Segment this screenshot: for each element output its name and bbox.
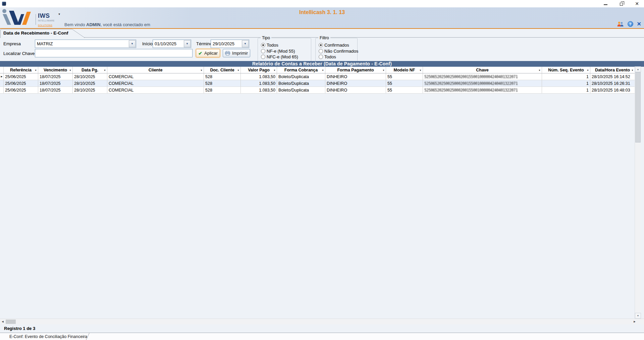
column-filter-icon[interactable]: ▼ bbox=[538, 69, 541, 71]
welcome-suffix: , você está conectado em bbox=[101, 22, 150, 27]
tipo-option-todos[interactable]: Todos bbox=[261, 42, 311, 48]
chave-value: 5250652025002500020015500100000424040132… bbox=[424, 74, 518, 79]
close-button[interactable]: ✕ bbox=[635, 1, 639, 6]
cell-referencia: 25/06/2025 bbox=[4, 80, 38, 87]
column-filter-icon[interactable]: ▼ bbox=[419, 69, 422, 71]
column-header-forma-cobranca[interactable]: Forma Cobrança▼ bbox=[277, 67, 325, 73]
logo-menu-caret-icon[interactable]: ▼ bbox=[58, 13, 61, 16]
scroll-up-button[interactable]: ▲ bbox=[635, 66, 641, 72]
minimize-button[interactable] bbox=[603, 1, 608, 6]
maximize-button[interactable] bbox=[619, 1, 624, 6]
column-filter-icon[interactable]: ▼ bbox=[104, 69, 106, 71]
scroll-down-button[interactable]: ▼ bbox=[635, 313, 641, 319]
aplicar-button[interactable]: ✔ Aplicar bbox=[196, 49, 220, 57]
filtro-option-todos[interactable]: Todos bbox=[319, 54, 357, 60]
right-arrow-icon: ► bbox=[633, 320, 636, 323]
tipo-option-nfe[interactable]: NF-e (Mod 55) bbox=[261, 48, 311, 54]
header-indicator-cell bbox=[0, 67, 4, 73]
header-label: Forma Cobrança bbox=[284, 68, 318, 72]
cell-data-hora: 28/10/2025 16:14:52 bbox=[590, 73, 635, 80]
localizar-chave-input[interactable] bbox=[35, 49, 193, 57]
filtro-option-label: Todos bbox=[324, 54, 336, 59]
header-label: Modelo NF bbox=[394, 68, 415, 72]
column-header-chave[interactable]: Chave▼ bbox=[423, 67, 542, 73]
column-filter-icon[interactable]: ▼ bbox=[587, 69, 589, 71]
cell-modelo-nf: 55 bbox=[386, 87, 423, 93]
column-header-referencia[interactable]: Referência▼ bbox=[4, 67, 38, 73]
column-header-vencimento[interactable]: Vencimento▼ bbox=[38, 67, 73, 73]
header-label: Valor Pago bbox=[248, 68, 270, 72]
radio-icon[interactable] bbox=[261, 43, 265, 47]
app-window: ✕ Intellicash 3. 1. 13 IWS INTELLIWARE S… bbox=[0, 0, 644, 340]
cell-forma-pagamento: DINHEIRO bbox=[325, 73, 386, 80]
cell-cliente: COMERCIAL bbox=[107, 73, 204, 80]
column-filter-icon[interactable]: ▼ bbox=[35, 69, 37, 71]
vertical-scroll-thumb[interactable] bbox=[635, 72, 641, 143]
horizontal-scrollbar[interactable]: ◄ ► bbox=[0, 319, 644, 324]
radio-icon[interactable] bbox=[319, 55, 323, 59]
column-filter-icon[interactable]: ▼ bbox=[237, 69, 239, 71]
cell-data-hora: 28/10/2025 16:26:31 bbox=[590, 80, 635, 87]
cell-forma-cobranca: Boleto/Duplicata bbox=[277, 87, 325, 93]
column-header-modelo-nf[interactable]: Modelo NF▼ bbox=[386, 67, 423, 73]
empresa-combobox[interactable]: MATRIZ ▼ bbox=[35, 40, 136, 48]
column-header-valor-pago[interactable]: Valor Pago▼ bbox=[241, 67, 277, 73]
filtro-option-confirmados[interactable]: Confirmados bbox=[319, 42, 357, 48]
cell-num-seq: 1 bbox=[542, 80, 590, 87]
radio-icon[interactable] bbox=[261, 49, 265, 53]
termino-dropdown-button[interactable]: ▼ bbox=[242, 40, 249, 47]
scroll-right-button[interactable]: ► bbox=[632, 319, 637, 324]
column-header-forma-pagamento[interactable]: Forma Pagamento▼ bbox=[325, 67, 386, 73]
exit-session-icon[interactable]: ✕ bbox=[637, 21, 641, 27]
column-filter-icon[interactable]: ▼ bbox=[382, 69, 385, 71]
cell-vencimento: 18/07/2025 bbox=[38, 80, 73, 87]
cell-vencimento: 18/07/2025 bbox=[38, 73, 73, 80]
app-version-title: Intellicash 3. 1. 13 bbox=[0, 9, 644, 15]
imprimir-button[interactable]: Imprimir bbox=[223, 49, 250, 57]
help-icon[interactable]: ? bbox=[628, 21, 633, 27]
column-header-data-hora-evento[interactable]: Data/Hora Evento▼ bbox=[590, 67, 635, 73]
column-filter-icon[interactable]: ▼ bbox=[322, 69, 324, 71]
app-icon bbox=[2, 2, 6, 6]
table-row[interactable]: 25/06/2025 18/07/2025 28/10/2025 COMERCI… bbox=[0, 87, 635, 94]
header-action-icons: ? ✕ bbox=[617, 21, 641, 27]
inicio-datepicker[interactable]: 01/10/2025 ▼ bbox=[153, 40, 191, 48]
cell-modelo-nf: 55 bbox=[386, 73, 423, 80]
users-icon[interactable] bbox=[617, 21, 624, 27]
cell-forma-cobranca: Boleto/Duplicata bbox=[277, 73, 325, 80]
welcome-username: ADMIN bbox=[86, 22, 101, 27]
column-header-cliente[interactable]: Cliente▼ bbox=[107, 67, 204, 73]
column-header-doc-cliente[interactable]: Doc. Cliente▼ bbox=[204, 67, 241, 73]
table-row[interactable]: ► 25/06/2025 18/07/2025 28/10/2025 COMER… bbox=[0, 73, 635, 80]
column-filter-icon[interactable]: ▼ bbox=[69, 69, 71, 71]
tipo-option-nfce[interactable]: NFC-e (Mod 65) bbox=[261, 54, 311, 60]
radio-icon[interactable] bbox=[319, 49, 323, 53]
table-row[interactable]: 25/06/2025 18/07/2025 28/10/2025 COMERCI… bbox=[0, 80, 635, 87]
close-icon: ✕ bbox=[635, 1, 639, 6]
column-header-num-seq-evento[interactable]: Núm. Seq. Evento▼ bbox=[542, 67, 590, 73]
tipo-option-label: NF-e (Mod 55) bbox=[267, 49, 295, 54]
left-arrow-icon: ◄ bbox=[1, 320, 4, 323]
column-header-data-pg[interactable]: Data Pg.▼ bbox=[73, 67, 107, 73]
header-label: Vencimento bbox=[44, 68, 67, 72]
inicio-dropdown-button[interactable]: ▼ bbox=[184, 40, 191, 47]
column-filter-icon[interactable]: ▼ bbox=[200, 69, 203, 71]
inicio-value: 01/10/2025 bbox=[153, 41, 183, 46]
scroll-left-button[interactable]: ◄ bbox=[0, 319, 5, 324]
radio-icon[interactable] bbox=[261, 55, 265, 59]
cell-valor-pago: 1.083,50 bbox=[241, 80, 277, 87]
horizontal-scroll-thumb[interactable] bbox=[6, 320, 16, 324]
empresa-value: MATRIZ bbox=[35, 41, 128, 46]
imprimir-label: Imprimir bbox=[232, 51, 248, 56]
filtro-option-nao-confirmados[interactable]: Não Confirmados bbox=[319, 48, 357, 54]
column-filter-icon[interactable]: ▼ bbox=[631, 69, 634, 71]
cell-forma-pagamento: DINHEIRO bbox=[325, 87, 386, 93]
filtro-groupbox: Filtro Confirmados Não Confirmados Todos bbox=[315, 38, 358, 62]
termino-label: Término bbox=[196, 41, 212, 46]
empresa-dropdown-button[interactable]: ▼ bbox=[129, 40, 136, 47]
vertical-scrollbar[interactable]: ▲ ▼ bbox=[635, 66, 641, 319]
column-filter-icon[interactable]: ▼ bbox=[273, 69, 276, 71]
termino-datepicker[interactable]: 29/10/2025 ▼ bbox=[211, 40, 249, 48]
radio-icon[interactable] bbox=[319, 43, 323, 47]
tab-data-recebimento[interactable]: Data de Recebimento - E-Conf bbox=[0, 29, 87, 38]
